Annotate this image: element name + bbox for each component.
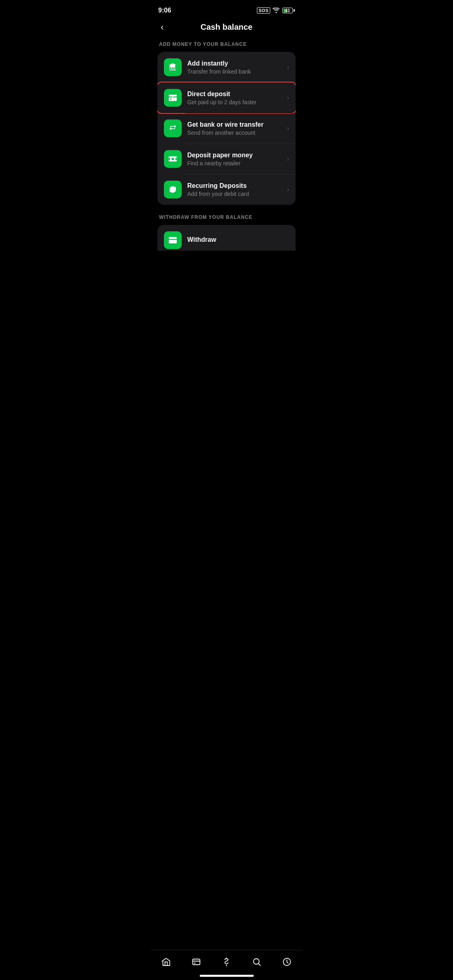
recurring-chevron: › bbox=[287, 186, 289, 193]
bank-icon bbox=[164, 58, 182, 76]
paper-money-text: Deposit paper money Find a nearby retail… bbox=[187, 152, 284, 167]
recurring-item[interactable]: Recurring Deposits Add from your debit c… bbox=[157, 174, 296, 205]
header: ‹ Cash balance bbox=[151, 18, 302, 41]
direct-deposit-text: Direct deposit Get paid up to 2 days fas… bbox=[187, 91, 284, 105]
cash-icon bbox=[164, 150, 182, 168]
add-instantly-chevron: › bbox=[287, 64, 289, 71]
status-time: 9:06 bbox=[158, 7, 171, 14]
svg-point-2 bbox=[172, 158, 174, 160]
direct-deposit-item[interactable]: Direct deposit Get paid up to 2 days fas… bbox=[157, 82, 296, 113]
svg-rect-4 bbox=[176, 158, 177, 160]
recurring-icon bbox=[164, 181, 182, 198]
direct-deposit-chevron: › bbox=[287, 94, 289, 101]
wifi-icon bbox=[273, 8, 280, 13]
battery-level: 43 bbox=[283, 8, 292, 13]
add-instantly-text: Add instantly Transfer from linked bank bbox=[187, 60, 284, 75]
paper-money-subtitle: Find a nearby retailer bbox=[187, 160, 284, 167]
back-button[interactable]: ‹ bbox=[159, 21, 165, 34]
sos-badge: SOS bbox=[257, 7, 270, 14]
svg-rect-3 bbox=[169, 158, 170, 160]
withdraw-text: Withdraw bbox=[187, 236, 289, 245]
transfer-icon bbox=[164, 119, 182, 137]
paper-money-title: Deposit paper money bbox=[187, 152, 284, 159]
status-bar: 9:06 SOS 43 bbox=[151, 0, 302, 18]
recurring-title: Recurring Deposits bbox=[187, 182, 284, 189]
recurring-text: Recurring Deposits Add from your debit c… bbox=[187, 182, 284, 197]
bank-wire-title: Get bank or wire transfer bbox=[187, 121, 284, 128]
battery-icon: 43 bbox=[282, 8, 295, 13]
bank-wire-text: Get bank or wire transfer Send from anot… bbox=[187, 121, 284, 136]
recurring-subtitle: Add from your debit card bbox=[187, 191, 284, 197]
withdraw-card-partial: Withdraw bbox=[157, 225, 296, 251]
direct-deposit-subtitle: Get paid up to 2 days faster bbox=[187, 99, 284, 105]
withdraw-section-label: WITHDRAW FROM YOUR BALANCE bbox=[151, 214, 302, 225]
page-title: Cash balance bbox=[201, 23, 252, 32]
bank-wire-chevron: › bbox=[287, 125, 289, 132]
add-instantly-subtitle: Transfer from linked bank bbox=[187, 68, 284, 75]
add-instantly-title: Add instantly bbox=[187, 60, 284, 67]
paper-money-item[interactable]: Deposit paper money Find a nearby retail… bbox=[157, 144, 296, 174]
add-money-card: Add instantly Transfer from linked bank … bbox=[157, 52, 296, 205]
bank-wire-subtitle: Send from another account bbox=[187, 130, 284, 136]
add-instantly-item[interactable]: Add instantly Transfer from linked bank … bbox=[157, 52, 296, 82]
paper-money-chevron: › bbox=[287, 155, 289, 163]
withdraw-title: Withdraw bbox=[187, 236, 289, 243]
status-right: SOS 43 bbox=[257, 7, 295, 14]
add-money-section-label: ADD MONEY TO YOUR BALANCE bbox=[151, 41, 302, 52]
withdraw-icon bbox=[164, 231, 182, 249]
direct-deposit-title: Direct deposit bbox=[187, 91, 284, 98]
bank-wire-item[interactable]: Get bank or wire transfer Send from anot… bbox=[157, 113, 296, 144]
direct-deposit-icon bbox=[164, 89, 182, 107]
